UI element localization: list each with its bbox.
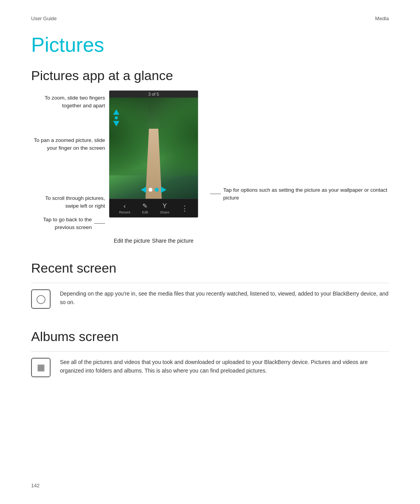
phone-image [109, 98, 198, 199]
swipe-arrows [141, 187, 166, 193]
header-right: Media [375, 16, 389, 21]
scroll-annotation: To scroll through pictures, swipe left o… [31, 194, 105, 210]
share-label: Share [160, 210, 169, 214]
edit-below-annotation: Edit the picture [114, 237, 150, 245]
page-title: Pictures [31, 33, 389, 56]
zoom-annotation: To zoom, slide two fingers together and … [31, 94, 105, 109]
glance-title: Pictures app at a glance [31, 68, 389, 83]
arrow-down-icon [113, 121, 119, 126]
share-icon: Y [163, 203, 167, 210]
options-annotation: Tap for options such as setting the pict… [223, 186, 389, 201]
recent-screen-title: Recent screen [31, 261, 389, 276]
toolbar-back[interactable]: ‹ Recent [119, 203, 130, 214]
toolbar-more[interactable]: ⋮ [181, 205, 188, 212]
albums-screen-description: See all of the pictures and videos that … [60, 358, 389, 375]
page-number: 142 [31, 483, 40, 488]
albums-icon-box: ▦ [31, 358, 51, 377]
arrow-dot-icon [115, 116, 118, 119]
dot-cyan-icon [155, 188, 159, 192]
dot-white-icon [149, 188, 152, 192]
back-label: Recent [119, 210, 130, 214]
phone-toolbar: ‹ Recent ✎ Edit Y Share ⋮ [109, 199, 198, 217]
toolbar-share[interactable]: Y Share [160, 203, 169, 214]
albums-screen-row: ▦ See all of the pictures and videos tha… [31, 351, 389, 383]
back-icon: ‹ [124, 203, 126, 210]
recent-screen-row: ◯ Depending on the app you're in, see th… [31, 283, 389, 315]
pan-annotation: To pan a zoomed picture, slide your fing… [31, 136, 105, 152]
arrow-right-icon [161, 187, 166, 193]
phone-top-bar: 3 of 5 [109, 91, 198, 98]
recent-icon-box: ◯ [31, 289, 51, 309]
options-line [210, 194, 221, 194]
back-line [94, 223, 105, 224]
share-below-annotation: Share the picture [152, 237, 194, 245]
zoom-arrows [113, 109, 119, 126]
arrow-up-icon [113, 109, 119, 115]
edit-label: Edit [142, 210, 148, 214]
recent-screen-section: Recent screen ◯ Depending on the app you… [31, 261, 389, 315]
phone-screen: 3 of 5 [109, 90, 198, 218]
header-left: User Guide [31, 16, 57, 21]
albums-screen-section: Albums screen ▦ See all of the pictures … [31, 329, 389, 383]
albums-screen-title: Albums screen [31, 329, 389, 344]
edit-icon: ✎ [142, 202, 147, 210]
back-annotation: Tap to go back to the previous screen [31, 216, 92, 231]
recent-screen-description: Depending on the app you're in, see the … [60, 289, 389, 307]
arrow-left-icon [141, 187, 146, 193]
recent-icon: ◯ [36, 294, 46, 304]
albums-icon: ▦ [37, 362, 45, 373]
toolbar-edit[interactable]: ✎ Edit [142, 202, 148, 214]
more-icon: ⋮ [181, 205, 188, 212]
